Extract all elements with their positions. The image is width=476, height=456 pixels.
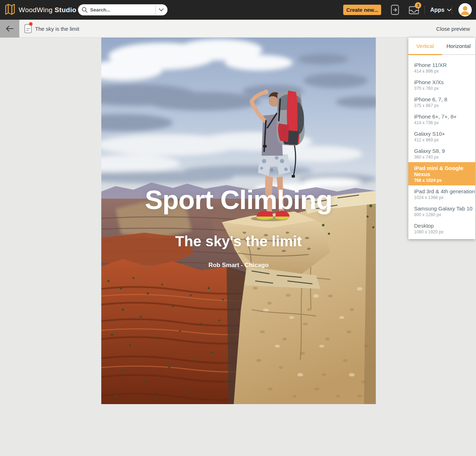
preview-toolbar: The sky is the limit Close preview [0, 20, 476, 38]
device-preview-panel: Vertical Horizontal iPhone 11/XR 414 x 8… [408, 38, 475, 239]
device-name: iPad 3rd & 4th generation [414, 188, 475, 194]
back-button[interactable] [0, 20, 19, 38]
device-option[interactable]: iPhone 11/XR 414 x 896 px [408, 59, 475, 76]
article-title: Sport Climbing [101, 184, 376, 215]
device-size: 375 x 760 px [414, 86, 475, 91]
device-option[interactable]: iPhone 6+, 7+, 8+ 414 x 736 px [408, 111, 475, 128]
woodwing-logo-icon [5, 4, 15, 16]
device-name: Galaxy S8, 9 [414, 148, 475, 154]
device-option[interactable]: Samsung Galaxy Tab 10 800 x 1280 px [408, 203, 475, 220]
article-preview: Sport Climbing The sky's the limit Rob S… [101, 38, 376, 404]
search-bar[interactable] [78, 4, 167, 15]
close-preview-button[interactable]: Close preview [436, 20, 470, 38]
unsaved-indicator-dot [29, 22, 33, 26]
device-name: iPad mini & Google Nexus [414, 165, 475, 177]
document-title: The sky is the limit [35, 20, 79, 38]
device-size: 414 x 896 px [414, 69, 475, 74]
apps-menu[interactable]: Apps [430, 0, 451, 20]
device-size: 800 x 1280 px [414, 212, 475, 217]
hero-image [101, 38, 376, 404]
device-option[interactable]: iPhone X/Xs 375 x 760 px [408, 76, 475, 93]
device-name: iPhone 11/XR [414, 62, 475, 68]
device-size: 414 x 736 px [414, 120, 475, 125]
device-name: iPhone X/Xs [414, 79, 475, 85]
device-size: 360 x 740 px [414, 155, 475, 160]
topbar-divider [424, 6, 425, 14]
woodwing-studio-app: WoodWing Studio Create new... [0, 0, 476, 456]
device-option[interactable]: Galaxy S10+ 412 x 869 px [408, 128, 475, 145]
device-option[interactable]: iPad 3rd & 4th generation 1024 x 1366 px [408, 185, 475, 203]
article-byline: Rob Smart - Chicago [101, 262, 376, 269]
inbox-badge: 3 [415, 2, 421, 9]
apps-label: Apps [430, 7, 445, 13]
device-name: Desktop [414, 223, 475, 229]
brand-title: WoodWing Studio [19, 6, 76, 14]
device-list: iPhone 11/XR 414 x 896 px iPhone X/Xs 37… [408, 55, 475, 239]
device-name: Samsung Galaxy Tab 10 [414, 205, 475, 212]
article-subtitle: The sky's the limit [101, 233, 376, 250]
tab-horizontal[interactable]: Horizontal [442, 38, 476, 54]
search-input[interactable] [90, 7, 154, 13]
device-option[interactable]: Desktop 1080 x 1920 px [408, 220, 475, 237]
device-size: 768 x 1024 px [414, 178, 475, 183]
device-name: iPhone 6, 7, 8 [414, 96, 475, 102]
device-size: 412 x 869 px [414, 137, 475, 142]
device-option[interactable]: iPhone 6, 7, 8 375 x 667 px [408, 93, 475, 111]
top-bar: WoodWing Studio Create new... [0, 0, 476, 20]
device-size: 1080 x 1920 px [414, 229, 475, 234]
device-name: Galaxy S10+ [414, 131, 475, 137]
orientation-tabs: Vertical Horizontal [408, 38, 475, 55]
device-option[interactable]: iPad mini & Google Nexus 768 x 1024 px [408, 162, 475, 185]
publish-device-icon[interactable] [391, 5, 399, 16]
inbox-icon[interactable]: 3 [409, 6, 419, 16]
search-scope-chevron-icon[interactable] [157, 8, 165, 11]
device-size: 1024 x 1366 px [414, 195, 475, 200]
topbar-divider [452, 6, 452, 14]
device-size: 375 x 667 px [414, 103, 475, 108]
device-name: iPhone 6+, 7+, 8+ [414, 113, 475, 120]
device-option[interactable]: Galaxy S8, 9 360 x 740 px [408, 145, 475, 162]
tab-vertical[interactable]: Vertical [408, 38, 442, 54]
search-icon [82, 7, 88, 13]
brand[interactable]: WoodWing Studio [5, 0, 76, 20]
chevron-down-icon [447, 9, 451, 11]
user-avatar[interactable] [458, 3, 472, 16]
create-new-button[interactable]: Create new... [343, 5, 381, 15]
search-divider [155, 6, 156, 14]
